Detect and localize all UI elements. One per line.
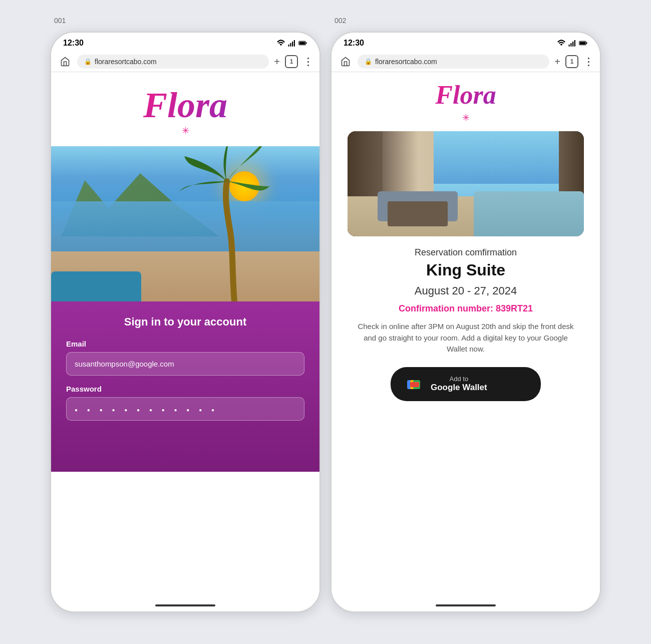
new-tab-button-1[interactable]: +: [274, 56, 280, 68]
room-bed: [474, 191, 584, 236]
svg-rect-2: [292, 42, 293, 47]
confirmation-number: Confirmation number: 839RT21: [399, 303, 533, 314]
url-text-1: floraresortcabo.com: [95, 58, 157, 66]
phone1: 12:30 🔒: [50, 32, 320, 612]
svg-rect-6: [305, 43, 306, 44]
palm-tree-1: [179, 146, 279, 301]
room-type: King Suite: [426, 261, 505, 279]
phone1-content: Flora ✳: [51, 72, 319, 601]
svg-rect-12: [580, 42, 585, 44]
reservation-subtitle: Reservation comfirmation: [415, 247, 517, 258]
url-bar-2[interactable]: 🔒 floraresortcabo.com: [358, 55, 549, 69]
url-text-2: floraresortcabo.com: [375, 58, 437, 66]
svg-rect-9: [572, 42, 573, 47]
svg-rect-10: [574, 40, 575, 47]
home-button-2[interactable]: [339, 55, 353, 69]
page-container: 001 12:30: [50, 32, 601, 612]
password-dots-1: ● ● ● ● ● ● ● ● ● ● ● ●: [75, 407, 218, 413]
svg-rect-8: [570, 43, 571, 47]
url-bar-1[interactable]: 🔒 floraresortcabo.com: [77, 55, 269, 69]
lock-icon-1: 🔒: [84, 58, 92, 65]
status-icons-1: [276, 39, 307, 48]
status-bar-2: 12:30: [332, 33, 600, 52]
signal-icon-1: [287, 39, 296, 48]
google-wallet-button[interactable]: Add to Google Wallet: [391, 367, 541, 401]
menu-button-2[interactable]: ⋮: [583, 56, 593, 68]
menu-button-1[interactable]: ⋮: [303, 56, 312, 68]
password-input-1[interactable]: ● ● ● ● ● ● ● ● ● ● ● ●: [66, 397, 304, 421]
svg-rect-13: [586, 43, 587, 44]
wallet-icon: [405, 374, 425, 394]
login-form-1: Sign in to your account Email susanthomp…: [51, 301, 319, 472]
svg-rect-1: [290, 43, 291, 47]
wallet-text: Add to Google Wallet: [431, 375, 487, 393]
hero-image-1: [51, 146, 319, 301]
screen2-label: 002: [335, 17, 346, 25]
pool-1: [51, 271, 141, 301]
signal-icon-2: [568, 39, 577, 48]
phone2-content: Flora ✳: [332, 72, 600, 601]
new-tab-button-2[interactable]: +: [554, 56, 560, 68]
room-image: [348, 131, 584, 236]
flora-logo-1: Flora: [143, 87, 227, 123]
svg-rect-5: [299, 42, 305, 44]
home-indicator-2: [436, 604, 496, 606]
svg-rect-18: [410, 382, 419, 387]
snowflake-1: ✳: [182, 125, 189, 136]
wallet-main-label: Google Wallet: [431, 383, 487, 393]
email-value-1: susanthompson@google.com: [75, 360, 174, 368]
svg-rect-0: [288, 45, 289, 47]
status-bar-1: 12:30: [51, 33, 319, 52]
wallet-add-label: Add to: [431, 375, 487, 383]
lock-icon-2: 🔒: [365, 58, 372, 65]
email-input-1[interactable]: susanthompson@google.com: [66, 352, 304, 376]
room-table: [388, 201, 448, 226]
status-icons-2: [557, 39, 588, 48]
screen1-label: 001: [54, 17, 66, 25]
phone2: 12:30 🔒 floraresortcabo.com: [331, 32, 601, 612]
time-1: 12:30: [63, 39, 84, 48]
phone1-wrapper: 001 12:30: [50, 32, 320, 612]
wifi-icon-2: [557, 39, 566, 48]
home-button-1[interactable]: [58, 55, 72, 69]
flora-logo-2: Flora: [435, 82, 496, 108]
logo-section-1: Flora ✳: [51, 72, 319, 146]
snowflake-2: ✳: [462, 112, 470, 123]
svg-rect-7: [569, 45, 570, 47]
browser-bar-1: 🔒 floraresortcabo.com + 1 ⋮: [51, 52, 319, 72]
confirmation-body: Flora ✳: [332, 72, 600, 601]
time-2: 12:30: [344, 39, 364, 48]
tab-count-1[interactable]: 1: [285, 55, 298, 68]
svg-rect-3: [294, 40, 295, 47]
password-label-1: Password: [66, 385, 304, 393]
tab-count-2[interactable]: 1: [565, 55, 578, 68]
wifi-icon-1: [276, 39, 285, 48]
home-indicator-1: [155, 604, 215, 606]
phone2-wrapper: 002 12:30 🔒: [331, 32, 601, 612]
battery-icon-2: [579, 39, 588, 48]
dates: August 20 - 27, 2024: [415, 284, 517, 297]
email-label-1: Email: [66, 340, 304, 348]
battery-icon-1: [298, 39, 307, 48]
login-title-1: Sign in to your account: [66, 315, 304, 329]
checkin-text: Check in online after 3PM on August 20th…: [348, 321, 584, 355]
browser-bar-2: 🔒 floraresortcabo.com + 1 ⋮: [332, 52, 600, 72]
room-interior: [348, 131, 584, 236]
